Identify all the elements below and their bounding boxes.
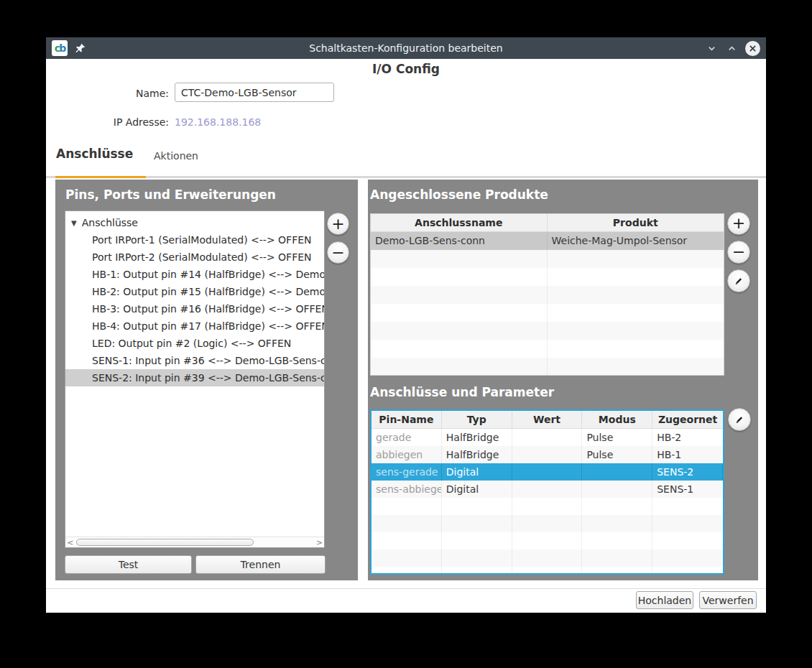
empty-table-row[interactable] xyxy=(372,567,723,575)
table-cell xyxy=(442,498,512,515)
empty-table-row[interactable] xyxy=(371,286,724,304)
test-button[interactable]: Test xyxy=(65,555,192,574)
table-cell xyxy=(582,567,652,575)
tab-anschluesse[interactable]: Anschlüsse xyxy=(56,147,133,161)
scroll-right-icon[interactable]: > xyxy=(315,537,324,548)
disconnect-button[interactable]: Trennen xyxy=(195,555,326,574)
table-cell xyxy=(512,481,583,498)
footer-divider xyxy=(46,588,766,589)
table-cell xyxy=(372,567,442,575)
table-cell: HB-2 xyxy=(652,429,723,446)
pin-icon[interactable] xyxy=(75,42,86,54)
table-cell: Pulse xyxy=(582,446,652,463)
table-cell: Digital xyxy=(442,481,512,498)
table-cell xyxy=(512,429,583,446)
tree-root-anschluesse[interactable]: ▼Anschlüsse xyxy=(65,214,324,231)
table-cell: Pulse xyxy=(582,429,652,446)
empty-table-row[interactable] xyxy=(371,322,724,340)
table-cell xyxy=(442,549,512,567)
table-cell xyxy=(548,358,724,376)
tab-aktionen[interactable]: Aktionen xyxy=(154,150,198,162)
minus-icon: − xyxy=(331,245,344,261)
scrollbar-track[interactable] xyxy=(75,537,315,548)
pins-tree: ▼Anschlüsse Port IRPort-1 (SerialModulat… xyxy=(65,211,324,537)
upload-button[interactable]: Hochladen xyxy=(636,591,693,609)
products-table[interactable]: AnschlussnameProdukt Demo-LGB-Sens-connW… xyxy=(370,213,724,376)
table-cell: sens-abbiegen xyxy=(372,481,442,498)
column-header[interactable]: Produkt xyxy=(548,214,724,231)
remove-connection-button[interactable]: − xyxy=(327,241,349,264)
empty-table-row[interactable] xyxy=(372,549,723,567)
empty-table-row[interactable] xyxy=(372,515,723,532)
name-input[interactable] xyxy=(175,83,334,102)
tree-item[interactable]: Port IRPort-1 (SerialModulated) <--> OFF… xyxy=(65,231,324,249)
table-row[interactable]: sens-abbiegenDigitalSENS-1 xyxy=(372,481,723,498)
empty-table-row[interactable] xyxy=(372,532,723,549)
table-cell xyxy=(652,567,723,575)
empty-table-row[interactable] xyxy=(371,250,724,268)
table-cell: HB-1 xyxy=(652,446,723,463)
table-cell xyxy=(652,498,723,515)
column-header[interactable]: Typ xyxy=(442,411,512,428)
minimize-icon[interactable] xyxy=(705,42,718,55)
table-cell xyxy=(372,498,442,515)
column-header[interactable]: Pin-Name xyxy=(372,411,442,428)
table-cell xyxy=(371,358,548,376)
empty-table-row[interactable] xyxy=(371,358,724,376)
table-cell: SENS-2 xyxy=(652,463,723,481)
remove-product-button[interactable]: − xyxy=(727,241,750,264)
column-header[interactable]: Zugeornet xyxy=(652,411,723,428)
plus-icon: + xyxy=(732,215,745,231)
table-row[interactable]: abbiegenHalfBridgePulseHB-1 xyxy=(372,446,723,463)
ip-value: 192.168.188.168 xyxy=(175,116,261,128)
table-cell xyxy=(548,286,724,304)
tree-item[interactable]: HB-3: Output pin #16 (HalfBridge) <--> O… xyxy=(65,300,324,317)
app-icon: cb xyxy=(52,40,68,56)
table-row[interactable]: sens-geradeDigitalSENS-2 xyxy=(372,463,723,481)
table-row[interactable]: Demo-LGB-Sens-connWeiche-Mag-Umpol-Senso… xyxy=(371,232,724,250)
tree-item[interactable]: SENS-1: Input pin #36 <--> Demo-LGB-Sens… xyxy=(65,352,324,369)
discard-button[interactable]: Verwerfen xyxy=(699,591,757,609)
table-cell xyxy=(582,463,652,481)
table-cell: SENS-1 xyxy=(652,481,723,498)
table-cell xyxy=(371,322,548,340)
column-header[interactable]: Anschlussname xyxy=(371,214,548,231)
pins-listbox[interactable]: ▼Anschlüsse Port IRPort-1 (SerialModulat… xyxy=(65,210,325,548)
tree-item[interactable]: HB-1: Output pin #14 (HalfBridge) <--> D… xyxy=(65,266,324,283)
table-cell xyxy=(582,532,652,549)
tree-item[interactable]: HB-2: Output pin #15 (HalfBridge) <--> D… xyxy=(65,283,324,300)
empty-table-row[interactable] xyxy=(372,498,723,515)
maximize-icon[interactable] xyxy=(725,42,738,55)
column-header[interactable]: Wert xyxy=(512,411,583,428)
tree-item[interactable]: LED: Output pin #2 (Logic) <--> OFFEN xyxy=(65,335,324,352)
ip-label: IP Adresse: xyxy=(86,116,169,128)
table-row[interactable]: geradeHalfBridgePulseHB-2 xyxy=(372,429,723,446)
add-connection-button[interactable]: + xyxy=(327,213,349,235)
table-cell xyxy=(548,250,724,268)
table-cell: gerade xyxy=(372,429,442,446)
scroll-left-icon[interactable]: < xyxy=(65,537,75,548)
pencil-icon xyxy=(733,413,746,426)
close-icon[interactable] xyxy=(745,41,760,56)
tree-expander-icon[interactable]: ▼ xyxy=(71,215,77,231)
pins-panel: Pins, Ports und Erweiterungen ▼Anschlüss… xyxy=(55,180,358,580)
params-table[interactable]: Pin-NameTypWertModusZugeornet geradeHalf… xyxy=(370,409,724,575)
titlebar[interactable]: cb Schaltkasten-Konfiguration bearbeiten xyxy=(46,37,766,59)
horizontal-scrollbar[interactable]: < > xyxy=(65,537,324,547)
tree-item[interactable]: SENS-2: Input pin #39 <--> Demo-LGB-Sens… xyxy=(65,369,324,386)
edit-product-button[interactable] xyxy=(727,269,750,292)
table-cell xyxy=(582,515,652,532)
table-cell xyxy=(442,532,512,549)
add-product-button[interactable]: + xyxy=(727,212,750,235)
empty-table-row[interactable] xyxy=(371,304,724,322)
tree-item[interactable]: HB-4: Output pin #17 (HalfBridge) <--> O… xyxy=(65,317,324,335)
empty-table-row[interactable] xyxy=(371,268,724,286)
tree-item[interactable]: Port IRPort-2 (SerialModulated) <--> OFF… xyxy=(65,249,324,266)
edit-param-button[interactable] xyxy=(728,408,751,431)
desktop-background: cb Schaltkasten-Konfiguration bearbeiten… xyxy=(0,0,812,668)
plus-icon: + xyxy=(331,216,344,232)
table-cell: Weiche-Mag-Umpol-Sensor xyxy=(548,232,724,250)
scrollbar-thumb[interactable] xyxy=(76,539,254,546)
column-header[interactable]: Modus xyxy=(582,411,652,428)
empty-table-row[interactable] xyxy=(371,340,724,358)
